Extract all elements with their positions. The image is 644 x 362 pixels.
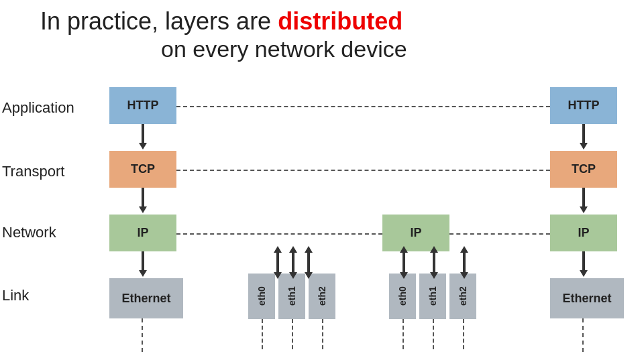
box-ip-right: IP	[550, 215, 617, 251]
dashed-http	[176, 106, 550, 107]
arrow-ip-eth-right	[582, 251, 585, 272]
arrow-ip-mid-eth0-1	[276, 251, 279, 274]
label-application: Application	[2, 99, 74, 117]
dashed-down-left	[142, 318, 143, 352]
arrow-ip-mid-eth1-2	[433, 251, 435, 274]
dashed-eth0-2-down	[402, 319, 404, 349]
box-http-left: HTTP	[109, 87, 176, 124]
arrow-http-tcp-right	[582, 124, 585, 144]
dashed-eth2-1-down	[322, 319, 323, 349]
box-eth1-mid1: eth1	[278, 274, 305, 319]
box-ip-middle: IP	[382, 215, 449, 251]
box-ip-left: IP	[109, 215, 176, 251]
label-link: Link	[2, 287, 29, 304]
box-tcp-left: TCP	[109, 151, 176, 188]
arrow-ip-mid-eth1-1	[292, 251, 294, 274]
title-line2: on every network device	[40, 36, 407, 63]
box-eth2-mid2: eth2	[449, 274, 476, 319]
box-http-right: HTTP	[550, 87, 617, 124]
dashed-down-right	[582, 318, 584, 352]
box-tcp-right: TCP	[550, 151, 617, 188]
dashed-eth1-1-down	[292, 319, 293, 349]
title-line1: In practice, layers are distributed	[40, 7, 407, 36]
arrow-tcp-ip-right	[582, 188, 585, 208]
box-eth0-mid1: eth0	[248, 274, 275, 319]
box-eth0-mid2: eth0	[389, 274, 416, 319]
title-highlight: distributed	[278, 7, 402, 35]
title-prefix: In practice, layers are	[40, 7, 278, 35]
box-eth-right: Ethernet	[550, 278, 624, 318]
arrow-ip-eth-left	[142, 251, 144, 272]
arrow-http-tcp-left	[142, 124, 144, 144]
dashed-eth1-2-down	[433, 319, 434, 349]
dashed-eth0-1-down	[262, 319, 263, 349]
dashed-ip-left-mid	[176, 233, 382, 235]
arrow-tcp-ip-left	[142, 188, 144, 208]
label-transport: Transport	[2, 163, 64, 180]
box-eth2-mid1: eth2	[309, 274, 335, 319]
dashed-tcp	[176, 170, 550, 171]
title-area: In practice, layers are distributed on e…	[40, 7, 407, 63]
dashed-ip-mid-right	[449, 233, 550, 235]
arrow-ip-mid-eth0-2	[402, 251, 405, 274]
box-eth-left: Ethernet	[109, 278, 183, 318]
label-network: Network	[2, 224, 56, 241]
arrow-ip-mid-eth2-1	[307, 251, 310, 274]
box-eth1-mid2: eth1	[419, 274, 446, 319]
arrow-ip-mid-eth2-2	[463, 251, 466, 274]
dashed-eth2-2-down	[463, 319, 464, 349]
